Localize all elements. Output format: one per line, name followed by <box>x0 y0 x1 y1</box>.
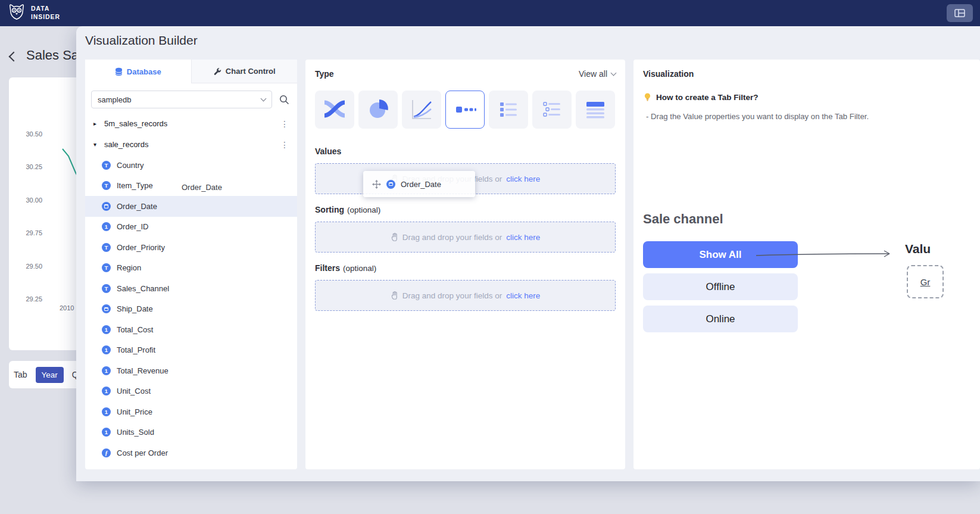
field-label: Total_Profit <box>117 345 155 354</box>
number-field-icon: 1 <box>102 366 111 375</box>
brand-text: DATA INSIDER <box>31 5 60 21</box>
dropzone-click-here-link[interactable]: click here <box>506 233 540 242</box>
filter-button-show-all[interactable]: Show All <box>643 241 798 268</box>
function-field-icon: ƒ <box>102 448 111 457</box>
date-field-icon <box>102 202 111 211</box>
dashboard-layout-button[interactable] <box>947 4 973 22</box>
type-header: Type View all <box>315 69 616 79</box>
field-row-total-revenue[interactable]: 1Total_Revenue <box>85 360 297 381</box>
chart-type-line[interactable] <box>402 91 441 129</box>
table-name: sale_records <box>104 140 148 149</box>
filter-button-offline[interactable]: Offline <box>643 273 798 300</box>
section-title-text: Sorting <box>315 205 344 214</box>
field-row-country[interactable]: TCountry <box>85 155 297 176</box>
chart-type-timeline[interactable] <box>445 91 485 129</box>
field-row-sales-channel[interactable]: TSales_Channel <box>85 278 297 299</box>
field-row-unit-price[interactable]: 1Unit_Price <box>85 401 297 422</box>
drag-ghost-label: Order_Date <box>401 180 441 189</box>
wrench-icon <box>213 67 221 76</box>
y-axis-tick: 30.25 <box>17 163 42 170</box>
brand: DATA INSIDER <box>7 2 60 24</box>
chart-type-list[interactable] <box>489 91 528 129</box>
chevron-collapsed-icon[interactable]: ▸ <box>93 120 103 127</box>
brand-line1: DATA <box>31 5 60 13</box>
kebab-menu-icon[interactable]: ⋮ <box>280 140 289 149</box>
drag-origin-label: Order_Date <box>182 183 222 192</box>
hint-body-text: - Drag the Value properties you want to … <box>646 112 869 121</box>
kebab-menu-icon[interactable]: ⋮ <box>280 119 289 129</box>
section-title-text: Values <box>315 147 341 156</box>
chart-type-pie[interactable] <box>358 91 398 129</box>
number-field-icon: 1 <box>102 428 111 437</box>
page-title: Sales Sa <box>26 48 79 63</box>
field-row-order-date[interactable]: Order_Date <box>85 196 297 217</box>
database-tree: ▸5m_sales_records⋮▾sale_records⋮TCountry… <box>85 113 297 463</box>
field-row-unit-cost[interactable]: 1Unit_Cost <box>85 381 297 402</box>
chart-type-sankey[interactable] <box>315 91 354 129</box>
field-label: Total_Cost <box>117 325 153 334</box>
y-axis-tick: 29.75 <box>17 229 42 236</box>
calendar-glyph <box>104 204 109 208</box>
field-row-region[interactable]: TRegion <box>85 258 297 279</box>
hint-title-text: How to create a Tab Filter? <box>656 93 759 102</box>
chart-type-picker <box>315 91 616 129</box>
field-row-total-cost[interactable]: 1Total_Cost <box>85 319 297 340</box>
field-row-ship-date[interactable]: Ship_Date <box>85 299 297 320</box>
number-field-icon: 1 <box>102 325 111 334</box>
period-tab-tab[interactable]: Tab <box>14 370 27 379</box>
search-icon[interactable] <box>279 95 289 105</box>
table-row-sale-records[interactable]: ▾sale_records⋮ <box>85 134 297 155</box>
number-field-icon: 1 <box>102 387 111 395</box>
field-label: Item_Type <box>117 181 153 190</box>
table-row-5m-sales-records[interactable]: ▸5m_sales_records⋮ <box>85 113 297 134</box>
field-row-total-profit[interactable]: 1Total_Profit <box>85 340 297 361</box>
field-label: Order_ID <box>117 222 148 231</box>
chevron-expanded-icon[interactable]: ▾ <box>93 141 103 148</box>
chart-type-table[interactable] <box>576 91 615 129</box>
field-row-order-id[interactable]: 1Order_ID <box>85 217 297 238</box>
section-header: Values <box>315 147 616 156</box>
database-icon <box>115 67 123 76</box>
left-panel-tabs: Database Chart Control <box>85 60 297 83</box>
chevron-down-icon <box>261 96 267 102</box>
y-axis-tick: 29.50 <box>17 263 42 270</box>
chart-type-grouped-list[interactable] <box>532 91 572 129</box>
modal-title: Visualization Builder <box>85 33 198 48</box>
type-section-title: Type <box>315 69 334 79</box>
field-label: Total_Revenue <box>117 366 168 375</box>
dropzone-placeholder: Drag and drop your fields or <box>402 233 502 242</box>
drag-hand-icon <box>391 233 398 242</box>
datasource-select[interactable]: sampledb <box>91 91 272 108</box>
group-by-dropzone[interactable]: Gr <box>907 265 944 298</box>
dropzone-click-here-link[interactable]: click here <box>506 291 540 300</box>
tab-chart-control-label: Chart Control <box>226 67 276 76</box>
field-row-units-sold[interactable]: 1Units_Sold <box>85 422 297 443</box>
datasource-row: sampledb <box>85 83 297 113</box>
dropzone-sorting[interactable]: Drag and drop your fields orclick here <box>315 222 616 253</box>
period-tab-year[interactable]: Year <box>36 367 64 383</box>
field-row-order-priority[interactable]: TOrder_Priority <box>85 237 297 258</box>
field-label: Units_Sold <box>117 428 154 437</box>
filter-button-online[interactable]: Online <box>643 306 798 332</box>
view-all-button[interactable]: View all <box>579 69 616 79</box>
text-field-icon: T <box>102 243 111 252</box>
dropzone-click-here-link[interactable]: click here <box>506 175 540 183</box>
field-row-cost-per-order[interactable]: ƒCost per Order <box>85 443 297 463</box>
tab-database[interactable]: Database <box>85 60 191 83</box>
values-node-label: Valu <box>905 242 931 256</box>
chevron-down-icon <box>611 70 617 76</box>
drag-hand-icon <box>391 291 398 300</box>
dropzone-filters[interactable]: Drag and drop your fields orclick here <box>315 280 616 311</box>
section-optional-text: (optional) <box>343 264 376 273</box>
section-header: Filters(optional) <box>315 263 616 273</box>
date-field-icon <box>102 304 111 313</box>
field-label: Order_Date <box>117 202 157 211</box>
group-by-link[interactable]: Gr <box>920 277 931 287</box>
widget-title: Sale channel <box>643 211 723 227</box>
section-sorting: Sorting(optional)Drag and drop your fiel… <box>315 205 616 253</box>
tab-chart-control[interactable]: Chart Control <box>191 60 298 83</box>
visualization-panel: Visualization How to create a Tab Filter… <box>633 60 980 469</box>
field-label: Ship_Date <box>117 304 153 313</box>
hint-row: How to create a Tab Filter? <box>643 92 759 102</box>
text-field-icon: T <box>102 161 111 170</box>
